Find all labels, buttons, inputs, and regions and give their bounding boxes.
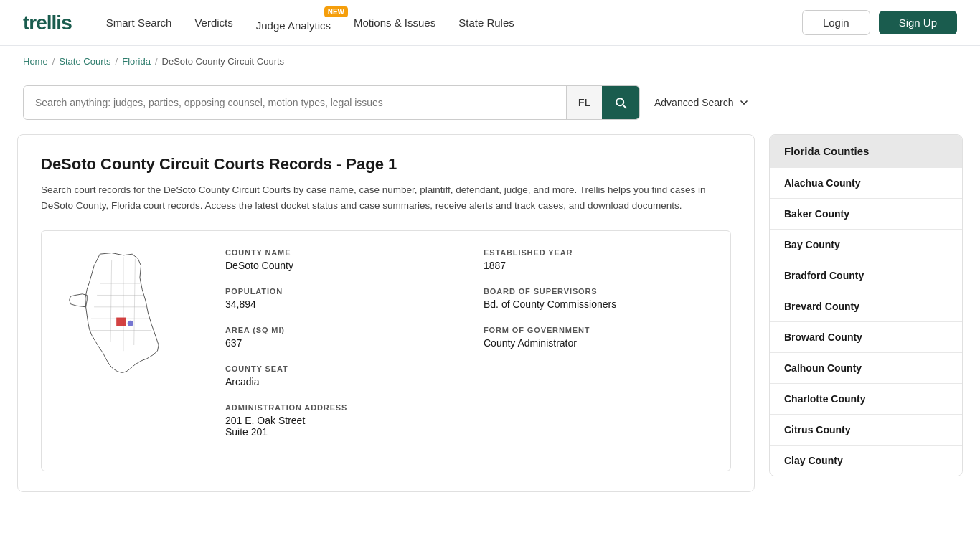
- chevron-down-icon: [738, 97, 750, 108]
- nav-motions[interactable]: Motions & Issues: [354, 17, 435, 29]
- signup-button[interactable]: Sign Up: [879, 11, 957, 34]
- new-badge: NEW: [324, 6, 348, 17]
- detail-area: AREA (SQ MI) 637: [225, 326, 455, 349]
- detail-population: POPULATION 34,894: [225, 287, 455, 310]
- sidebar: Florida Counties Alachua County Baker Co…: [769, 134, 963, 492]
- content-card: DeSoto County Circuit Courts Records - P…: [17, 134, 755, 492]
- sidebar-item-broward[interactable]: Broward County: [770, 321, 962, 352]
- detail-supervisors: BOARD OF SUPERVISORS Bd. of County Commi…: [484, 287, 713, 310]
- svg-point-9: [128, 321, 133, 326]
- page-title: DeSoto County Circuit Courts Records - P…: [41, 155, 731, 174]
- county-info: COUNTY NAME DeSoto County POPULATION 34,…: [41, 230, 731, 471]
- sidebar-item-calhoun[interactable]: Calhoun County: [770, 352, 962, 383]
- sidebar-card: Florida Counties Alachua County Baker Co…: [769, 134, 963, 476]
- nav-judge-analytics[interactable]: Judge Analytics NEW: [256, 14, 331, 32]
- sidebar-item-brevard[interactable]: Brevard County: [770, 291, 962, 321]
- content-area: DeSoto County Circuit Courts Records - P…: [17, 134, 755, 492]
- search-input[interactable]: [24, 86, 566, 119]
- search-state-indicator: FL: [566, 86, 602, 119]
- detail-seat: COUNTY SEAT Arcadia: [225, 364, 455, 387]
- sidebar-item-baker[interactable]: Baker County: [770, 198, 962, 229]
- page-description: Search court records for the DeSoto Coun…: [41, 182, 731, 213]
- svg-line-7: [134, 259, 136, 345]
- main-layout: DeSoto County Circuit Courts Records - P…: [0, 134, 980, 492]
- nav-state-rules[interactable]: State Rules: [458, 17, 514, 29]
- county-details: COUNTY NAME DeSoto County POPULATION 34,…: [225, 248, 713, 453]
- nav-verdicts[interactable]: Verdicts: [194, 17, 232, 29]
- sidebar-item-clay[interactable]: Clay County: [770, 445, 962, 476]
- svg-rect-8: [116, 318, 126, 326]
- detail-address: ADMINISTRATION ADDRESS 201 E. Oak Street…: [225, 403, 455, 438]
- breadcrumb-current: DeSoto County Circuit Courts: [162, 56, 285, 67]
- county-map: [59, 248, 202, 453]
- breadcrumb: Home / State Courts / Florida / DeSoto C…: [0, 46, 980, 77]
- county-col-left: COUNTY NAME DeSoto County POPULATION 34,…: [225, 248, 455, 453]
- search-button[interactable]: [602, 86, 639, 119]
- login-button[interactable]: Login: [802, 10, 870, 35]
- sidebar-item-bradford[interactable]: Bradford County: [770, 260, 962, 291]
- header-left: trellis Smart Search Verdicts Judge Anal…: [23, 11, 514, 34]
- search-section: FL Advanced Search: [0, 77, 980, 134]
- breadcrumb-florida[interactable]: Florida: [122, 56, 151, 67]
- breadcrumb-sep-3: /: [155, 56, 158, 67]
- search-icon: [613, 95, 628, 110]
- breadcrumb-state-courts[interactable]: State Courts: [59, 56, 110, 67]
- florida-map-svg: [59, 248, 188, 377]
- sidebar-item-bay[interactable]: Bay County: [770, 229, 962, 260]
- svg-line-5: [110, 260, 112, 343]
- breadcrumb-home[interactable]: Home: [23, 56, 48, 67]
- sidebar-item-charlotte[interactable]: Charlotte County: [770, 383, 962, 414]
- sidebar-item-alachua[interactable]: Alachua County: [770, 167, 962, 198]
- advanced-search-button[interactable]: Advanced Search: [654, 97, 750, 108]
- header-right: Login Sign Up: [802, 10, 957, 35]
- sidebar-header: Florida Counties: [770, 135, 962, 167]
- logo[interactable]: trellis: [23, 11, 72, 34]
- search-bar: FL: [23, 85, 640, 120]
- breadcrumb-sep-1: /: [52, 56, 55, 67]
- detail-government: FORM OF GOVERNMENT County Administrator: [484, 326, 713, 349]
- breadcrumb-sep-2: /: [116, 56, 118, 67]
- detail-established: ESTABLISHED YEAR 1887: [484, 248, 713, 271]
- nav-smart-search[interactable]: Smart Search: [106, 17, 172, 29]
- nav: Smart Search Verdicts Judge Analytics NE…: [106, 14, 514, 32]
- header: trellis Smart Search Verdicts Judge Anal…: [0, 0, 980, 46]
- detail-county-name: COUNTY NAME DeSoto County: [225, 248, 455, 271]
- county-col-right: ESTABLISHED YEAR 1887 BOARD OF SUPERVISO…: [484, 248, 713, 453]
- sidebar-item-citrus[interactable]: Citrus County: [770, 414, 962, 445]
